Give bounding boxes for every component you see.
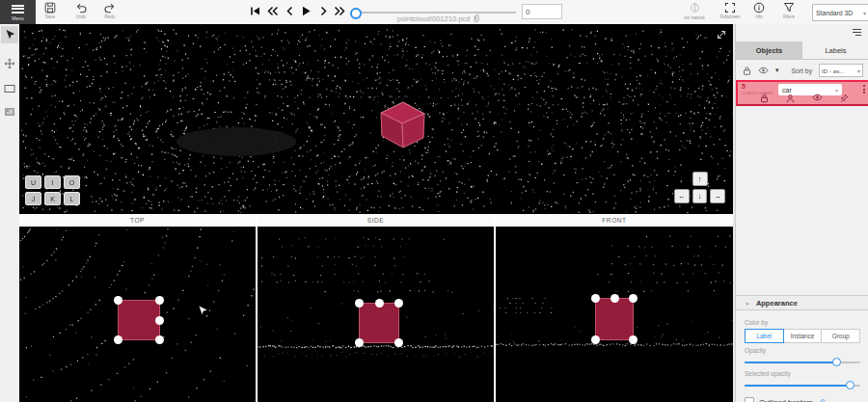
tool-select-cursor[interactable] [1, 26, 18, 43]
prev-frame-button[interactable] [284, 5, 296, 17]
top-toolbar: Menu Save Undo Redo pointcloud/001210.pc… [0, 0, 868, 25]
play-button[interactable] [300, 5, 312, 17]
arrow-right-key[interactable]: → [710, 189, 725, 203]
resize-handle[interactable] [355, 299, 364, 308]
undo-label: Undo [76, 14, 87, 19]
arrow-left-key[interactable]: ← [674, 189, 690, 203]
cursor-icon [5, 29, 15, 40]
fast-forward-button[interactable] [334, 5, 346, 17]
rotate-handle[interactable] [375, 299, 384, 308]
mode-select[interactable]: Standard 3D ▾ [812, 4, 868, 21]
fullscreen-button[interactable]: Fullscreen [716, 2, 745, 19]
object-list-item[interactable]: 5 CUBOID SHAPE car ▾ [736, 80, 868, 106]
color-by-instance-button[interactable]: Instance [783, 329, 823, 343]
lock-all-icon[interactable] [743, 66, 751, 76]
selected-opacity-slider-handle[interactable] [846, 381, 854, 389]
key-o[interactable]: O [64, 175, 80, 189]
arrow-up-key[interactable]: ↑ [692, 172, 708, 186]
filter-icon [783, 2, 795, 13]
cuboid-annotation-3d[interactable] [377, 100, 429, 150]
tab-objects[interactable]: Objects [736, 41, 802, 59]
frame-slider-handle[interactable] [350, 8, 362, 19]
annotation-box-top[interactable] [118, 300, 160, 340]
sort-by-label: Sort by [792, 67, 813, 74]
filename-text: pointcloud/001210.pcd [397, 14, 470, 23]
paperclip-icon [473, 13, 480, 23]
redo-button[interactable]: Redo [96, 2, 123, 19]
caret-down-icon[interactable]: ▾ [775, 67, 779, 74]
color-by-group-button[interactable]: Group [821, 329, 860, 343]
resize-handle[interactable] [591, 335, 600, 344]
viewport-side-canvas-area[interactable] [258, 227, 494, 402]
arrow-down-key[interactable]: ↓ [692, 189, 708, 203]
next-frame-button[interactable] [317, 5, 330, 17]
image-icon [4, 107, 15, 117]
info-button[interactable]: Info [745, 2, 773, 19]
menu-button[interactable]: Menu [0, 0, 36, 24]
tool-image[interactable] [1, 103, 18, 121]
tool-pan-move[interactable] [1, 55, 18, 72]
person-icon[interactable] [786, 94, 795, 103]
sort-select[interactable]: ID - as... ▾ [819, 64, 863, 77]
app-window: Menu Save Undo Redo pointcloud/001210.pc… [0, 0, 868, 402]
expand-icon[interactable] [716, 29, 727, 40]
skip-start-button[interactable] [249, 5, 261, 17]
object-class-value: car [782, 87, 792, 94]
frame-number-input[interactable] [522, 4, 562, 19]
fast-backward-button[interactable] [266, 5, 279, 17]
color-by-label-button[interactable]: Label [745, 329, 784, 343]
key-j[interactable]: J [25, 192, 41, 205]
key-k[interactable]: K [44, 192, 61, 205]
key-i[interactable]: I [44, 175, 61, 189]
outlined-borders-checkbox[interactable] [745, 397, 754, 402]
objects-controls-row: ▾ Sort by ID - as... ▾ [736, 63, 868, 78]
undo-button[interactable]: Undo [68, 2, 95, 19]
selected-opacity-label: Selected opacity [745, 370, 860, 377]
resize-handle[interactable] [629, 294, 637, 303]
annotation-box-front[interactable] [595, 298, 634, 340]
resize-handle[interactable] [394, 299, 403, 308]
tab-labels[interactable]: Labels [802, 41, 868, 59]
resize-handle[interactable] [114, 335, 122, 344]
appearance-header[interactable]: ⌄ Appearance [736, 295, 868, 310]
pencil-icon[interactable] [817, 398, 826, 402]
filename-row: pointcloud/001210.pcd [362, 13, 516, 23]
rotation-keypad: U I O J K L [25, 175, 80, 205]
fullscreen-icon [724, 2, 736, 13]
resize-handle[interactable] [114, 296, 122, 305]
visibility-all-icon[interactable] [758, 67, 769, 74]
right-sidebar: Objects Labels ▾ Sort by ID - as... ▾ 5 … [735, 24, 868, 402]
menu-label: Menu [12, 15, 24, 21]
viewport-front-canvas-area[interactable] [496, 227, 733, 402]
pointcloud-canvas-main[interactable] [19, 24, 733, 214]
kebab-menu-icon[interactable] [863, 85, 865, 94]
resize-handle[interactable] [629, 335, 637, 344]
rotate-handle[interactable] [610, 294, 619, 303]
sidebar-tabs: Objects Labels [736, 41, 868, 60]
chevron-down-icon: ▾ [835, 87, 838, 94]
key-u[interactable]: U [25, 175, 41, 189]
opacity-slider[interactable] [745, 358, 860, 366]
fullscreen-label: Fullscreen [720, 14, 741, 19]
key-l[interactable]: L [64, 192, 80, 205]
lock-icon[interactable] [760, 94, 769, 103]
resize-handle[interactable] [591, 294, 600, 303]
viewport-top-canvas-area[interactable] [19, 227, 256, 402]
tool-box[interactable] [1, 80, 18, 97]
opacity-slider-handle[interactable] [832, 358, 841, 366]
panel-menu-icon[interactable] [852, 28, 862, 37]
resize-handle[interactable] [394, 338, 403, 347]
filters-button[interactable]: Filters [774, 2, 803, 19]
resize-handle[interactable] [355, 338, 364, 347]
selected-opacity-slider[interactable] [745, 381, 860, 389]
main-3d-viewport[interactable]: U I O J K L ↑ ← ↓ → [19, 24, 733, 214]
rotate-handle[interactable] [155, 316, 164, 325]
not-trained-button[interactable]: not trained [679, 2, 710, 20]
resize-handle[interactable] [155, 296, 164, 305]
eye-icon[interactable] [812, 94, 823, 103]
pin-icon[interactable] [840, 94, 849, 103]
orthographic-views: TOP SIDE [19, 214, 733, 402]
annotation-box-side[interactable] [359, 303, 399, 343]
resize-handle[interactable] [155, 335, 164, 344]
save-button[interactable]: Save [37, 2, 64, 19]
